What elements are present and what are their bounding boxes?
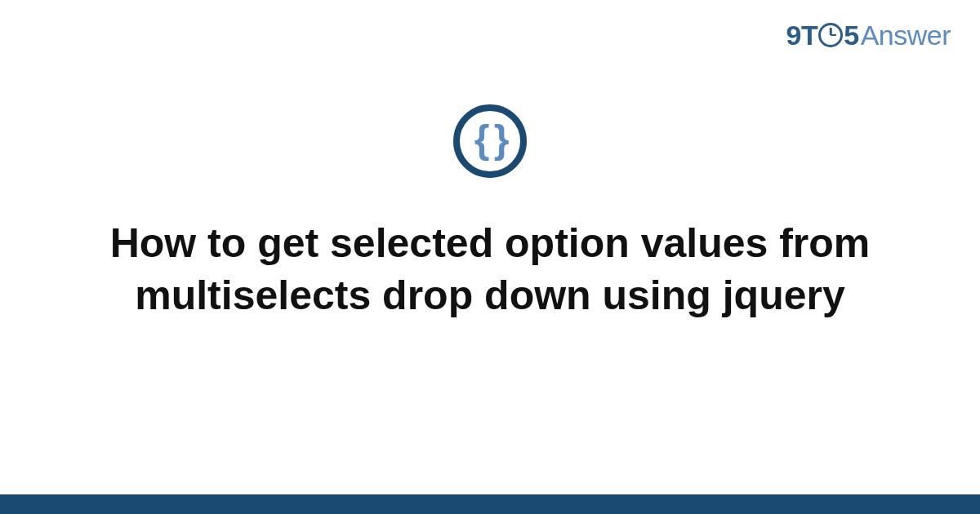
clock-icon bbox=[818, 23, 843, 47]
logo-five: 5 bbox=[844, 20, 858, 51]
code-braces-icon: { } bbox=[474, 120, 506, 159]
question-title: How to get selected option values from m… bbox=[57, 217, 923, 321]
site-logo: 9 T 5 Answer bbox=[786, 20, 951, 51]
category-icon-circle: { } bbox=[453, 104, 527, 178]
logo-answer: Answer bbox=[861, 20, 951, 51]
logo-t: T bbox=[801, 20, 817, 51]
footer-bar bbox=[0, 494, 980, 514]
main-content: { } How to get selected option values fr… bbox=[0, 104, 980, 321]
logo-nine: 9 bbox=[786, 20, 801, 51]
